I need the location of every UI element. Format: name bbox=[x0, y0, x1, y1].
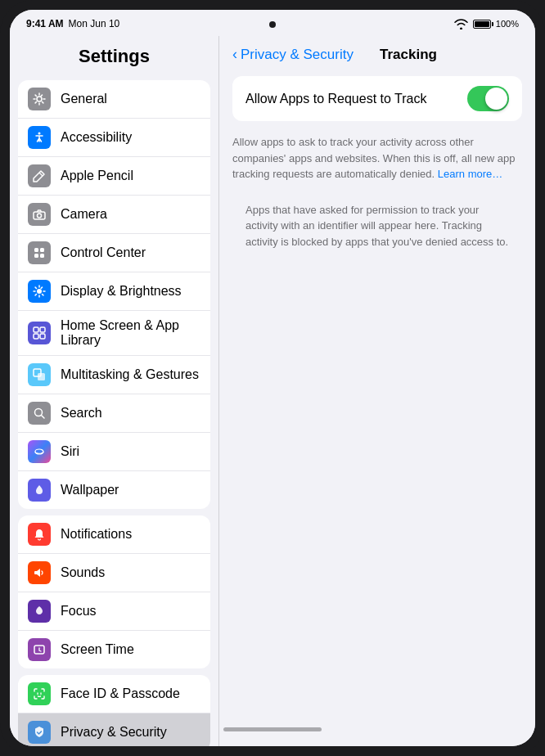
apple-pencil-icon bbox=[28, 164, 51, 187]
sidebar-item-camera[interactable]: Camera bbox=[18, 196, 210, 234]
focus-icon bbox=[28, 600, 51, 623]
sidebar-item-notifications[interactable]: Notifications bbox=[18, 515, 210, 554]
multitasking-icon bbox=[28, 363, 51, 386]
sidebar-item-sounds[interactable]: Sounds bbox=[18, 554, 210, 592]
sidebar-item-display-brightness[interactable]: Display & Brightness bbox=[18, 272, 210, 311]
face-id-icon bbox=[28, 682, 51, 705]
main-content: Settings General Accessibility bbox=[10, 36, 535, 746]
sidebar-title: Settings bbox=[10, 36, 218, 74]
home-indicator bbox=[223, 727, 322, 731]
screen-time-label: Screen Time bbox=[61, 642, 200, 657]
sidebar-item-face-id[interactable]: Face ID & Passcode bbox=[18, 675, 210, 713]
wifi-icon bbox=[454, 19, 468, 29]
svg-point-1 bbox=[38, 133, 41, 135]
apple-pencil-label: Apple Pencil bbox=[61, 169, 200, 183]
camera-icon bbox=[28, 203, 51, 226]
device-frame: 9:41 AM Mon Jun 10 100% bbox=[0, 0, 545, 756]
back-button[interactable]: ‹ Privacy & Security bbox=[232, 46, 354, 63]
control-center-label: Control Center bbox=[61, 245, 200, 260]
back-chevron-icon: ‹ bbox=[232, 46, 237, 63]
status-time: 9:41 AM bbox=[26, 18, 64, 29]
sounds-icon bbox=[28, 561, 51, 584]
detail-nav: ‹ Privacy & Security Tracking bbox=[219, 36, 535, 70]
detail-description-1: Allow apps to ask to track your activity… bbox=[219, 128, 535, 196]
focus-label: Focus bbox=[61, 604, 200, 619]
svg-rect-4 bbox=[34, 248, 38, 252]
sidebar-item-apple-pencil[interactable]: Apple Pencil bbox=[18, 157, 210, 196]
wallpaper-icon bbox=[28, 479, 51, 502]
toggle-row: Allow Apps to Request to Track bbox=[232, 76, 522, 121]
accessibility-label: Accessibility bbox=[61, 130, 200, 145]
privacy-security-icon bbox=[28, 721, 51, 744]
sidebar-item-accessibility[interactable]: Accessibility bbox=[18, 119, 210, 157]
svg-point-3 bbox=[38, 214, 42, 218]
learn-more-link[interactable]: Learn more… bbox=[438, 168, 502, 180]
sidebar-item-siri[interactable]: Siri bbox=[18, 433, 210, 471]
status-bar: 9:41 AM Mon Jun 10 100% bbox=[10, 10, 535, 36]
detail-section-toggle: Allow Apps to Request to Track bbox=[232, 76, 522, 121]
sidebar-item-search[interactable]: Search bbox=[18, 394, 210, 433]
status-icons: 100% bbox=[454, 19, 519, 29]
sidebar-item-general[interactable]: General bbox=[18, 80, 210, 119]
allow-tracking-toggle[interactable] bbox=[467, 86, 509, 111]
svg-rect-12 bbox=[40, 334, 45, 339]
sidebar-item-home-screen[interactable]: Home Screen & App Library bbox=[18, 311, 210, 356]
detail-panel: ‹ Privacy & Security Tracking Allow Apps… bbox=[219, 36, 535, 746]
svg-rect-6 bbox=[34, 254, 38, 258]
sidebar-item-wallpaper[interactable]: Wallpaper bbox=[18, 471, 210, 509]
sidebar-item-screen-time[interactable]: Screen Time bbox=[18, 631, 210, 668]
siri-icon bbox=[28, 440, 51, 463]
sidebar-item-privacy-security[interactable]: Privacy & Security bbox=[18, 713, 210, 746]
svg-point-0 bbox=[37, 97, 42, 101]
sidebar-item-control-center[interactable]: Control Center bbox=[18, 234, 210, 272]
sidebar-group-2: Notifications Sounds Focus bbox=[18, 515, 210, 668]
search-icon bbox=[28, 402, 51, 425]
face-id-label: Face ID & Passcode bbox=[61, 686, 200, 701]
notifications-icon bbox=[28, 523, 51, 546]
svg-rect-11 bbox=[34, 334, 38, 339]
toggle-knob bbox=[485, 88, 507, 110]
back-label[interactable]: Privacy & Security bbox=[241, 47, 354, 63]
sidebar-item-focus[interactable]: Focus bbox=[18, 592, 210, 631]
display-brightness-icon bbox=[28, 280, 51, 303]
sidebar-group-3: Face ID & Passcode Privacy & Security bbox=[18, 675, 210, 746]
svg-point-8 bbox=[37, 289, 42, 294]
svg-rect-7 bbox=[40, 254, 44, 258]
toggle-label: Allow Apps to Request to Track bbox=[245, 92, 467, 106]
sounds-label: Sounds bbox=[61, 565, 200, 580]
display-brightness-label: Display & Brightness bbox=[61, 284, 200, 299]
sidebar-item-multitasking[interactable]: Multitasking & Gestures bbox=[18, 356, 210, 394]
camera-label: Camera bbox=[61, 207, 200, 222]
siri-label: Siri bbox=[61, 444, 200, 459]
home-screen-icon bbox=[28, 322, 51, 344]
svg-rect-14 bbox=[38, 373, 45, 380]
control-center-icon bbox=[28, 241, 51, 264]
camera-dot bbox=[269, 21, 276, 28]
general-label: General bbox=[61, 92, 200, 106]
detail-section-2: Apps that have asked for permission to t… bbox=[232, 196, 522, 263]
general-icon bbox=[28, 88, 51, 110]
accessibility-icon bbox=[28, 126, 51, 149]
multitasking-label: Multitasking & Gestures bbox=[61, 367, 200, 382]
svg-rect-5 bbox=[40, 248, 44, 252]
battery-indicator: 100% bbox=[473, 19, 519, 29]
sidebar[interactable]: Settings General Accessibility bbox=[10, 36, 219, 746]
status-date: Mon Jun 10 bbox=[69, 18, 120, 29]
screen-time-icon bbox=[28, 638, 51, 661]
detail-title: Tracking bbox=[360, 47, 457, 63]
sidebar-group-1: General Accessibility Apple Pencil bbox=[18, 80, 210, 509]
svg-rect-9 bbox=[34, 327, 38, 332]
detail-description-2: Apps that have asked for permission to t… bbox=[232, 196, 522, 263]
home-screen-label: Home Screen & App Library bbox=[61, 318, 200, 348]
search-label: Search bbox=[61, 406, 200, 421]
screen: 9:41 AM Mon Jun 10 100% bbox=[10, 10, 535, 746]
privacy-security-label: Privacy & Security bbox=[61, 725, 200, 740]
battery-text: 100% bbox=[496, 19, 519, 29]
svg-rect-10 bbox=[40, 327, 45, 332]
notifications-label: Notifications bbox=[61, 527, 200, 542]
wallpaper-label: Wallpaper bbox=[61, 483, 200, 497]
